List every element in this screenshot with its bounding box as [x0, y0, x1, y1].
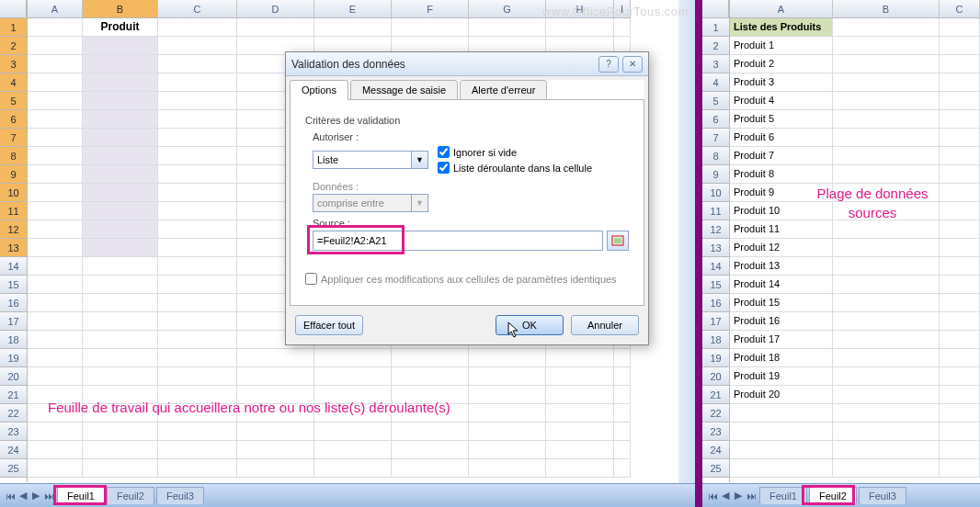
sheet-tab-feuil2[interactable]: Feuil2 — [809, 487, 857, 504]
cell[interactable]: Produit 9 — [730, 184, 833, 202]
apply-same-settings-checkbox[interactable]: Appliquer ces modifications aux cellules… — [305, 273, 629, 285]
cell[interactable] — [833, 441, 940, 459]
cell[interactable] — [833, 147, 940, 165]
cell[interactable] — [158, 404, 237, 422]
row-header[interactable]: 9 — [0, 165, 27, 184]
cell[interactable] — [940, 349, 980, 367]
row-header[interactable]: 16 — [0, 294, 27, 312]
cell[interactable] — [158, 257, 237, 276]
cell[interactable] — [83, 55, 158, 73]
cell[interactable] — [314, 422, 392, 441]
cell[interactable]: Produit 2 — [730, 55, 833, 73]
cell[interactable]: Produit — [83, 18, 158, 37]
row-header[interactable]: 25 — [0, 459, 27, 478]
col-header[interactable]: B — [83, 0, 158, 18]
cell[interactable] — [833, 220, 940, 239]
row-header[interactable]: 9 — [702, 165, 729, 184]
cell[interactable]: Produit 4 — [730, 92, 833, 110]
row-header[interactable]: 16 — [702, 294, 729, 312]
tab-nav-last-icon[interactable]: ⏭ — [746, 490, 757, 502]
cell[interactable] — [83, 276, 158, 294]
cell[interactable] — [83, 459, 158, 478]
cell[interactable] — [546, 404, 614, 422]
tab-nav-first-icon[interactable]: ⏮ — [707, 490, 718, 502]
cell[interactable] — [83, 165, 158, 184]
cell[interactable] — [469, 367, 546, 386]
cell[interactable] — [940, 441, 980, 459]
row-header[interactable]: 13 — [702, 239, 729, 257]
cell[interactable] — [392, 459, 469, 478]
cell[interactable] — [392, 386, 469, 404]
cell[interactable] — [940, 165, 980, 184]
cell[interactable] — [833, 312, 940, 331]
cell[interactable] — [83, 73, 158, 92]
cell[interactable] — [469, 459, 546, 478]
cell[interactable] — [940, 331, 980, 349]
cell[interactable] — [158, 37, 237, 55]
tab-nav-next-icon[interactable]: ▶ — [30, 490, 41, 502]
cell[interactable] — [158, 441, 237, 459]
cell[interactable] — [158, 92, 237, 110]
row-header[interactable]: 23 — [702, 422, 729, 441]
row-header[interactable]: 2 — [702, 37, 729, 55]
row-header[interactable]: 20 — [702, 367, 729, 386]
row-header[interactable]: 15 — [702, 276, 729, 294]
range-selector-button[interactable] — [607, 231, 629, 251]
cell[interactable] — [158, 110, 237, 129]
cell[interactable] — [940, 312, 980, 331]
cell[interactable] — [833, 165, 940, 184]
cell[interactable] — [614, 367, 631, 386]
cell[interactable] — [314, 459, 392, 478]
cell[interactable] — [833, 404, 940, 422]
cell[interactable] — [158, 202, 237, 220]
cell[interactable] — [158, 165, 237, 184]
cell[interactable] — [940, 73, 980, 92]
cell[interactable] — [158, 312, 237, 331]
cell[interactable]: Produit 6 — [730, 129, 833, 147]
cell[interactable] — [314, 367, 392, 386]
clear-all-button[interactable]: Effacer tout — [295, 315, 363, 335]
row-header[interactable]: 3 — [702, 55, 729, 73]
cell[interactable] — [83, 257, 158, 276]
cell[interactable] — [28, 404, 83, 422]
cell[interactable] — [833, 349, 940, 367]
cell[interactable] — [546, 459, 614, 478]
cell[interactable]: Produit 10 — [730, 202, 833, 220]
cell[interactable] — [314, 18, 392, 37]
cell[interactable] — [614, 18, 631, 37]
cell[interactable] — [392, 349, 469, 367]
cell[interactable] — [833, 129, 940, 147]
cell[interactable] — [28, 220, 83, 239]
col-header[interactable]: E — [314, 0, 392, 18]
row-header[interactable]: 23 — [0, 422, 27, 441]
allow-input[interactable] — [313, 151, 412, 169]
cell[interactable] — [158, 220, 237, 239]
cell[interactable] — [833, 367, 940, 386]
cell[interactable] — [940, 55, 980, 73]
cell[interactable] — [83, 404, 158, 422]
sheet-tab-feuil1[interactable]: Feuil1 — [57, 487, 105, 504]
cell[interactable] — [614, 459, 631, 478]
cell[interactable]: Produit 20 — [730, 386, 833, 404]
cell[interactable] — [940, 129, 980, 147]
cell[interactable] — [940, 294, 980, 312]
cell[interactable] — [83, 239, 158, 257]
cell[interactable] — [28, 129, 83, 147]
cell[interactable] — [614, 349, 631, 367]
row-header[interactable]: 18 — [702, 331, 729, 349]
cell[interactable] — [28, 147, 83, 165]
cell[interactable] — [158, 367, 237, 386]
row-header[interactable]: 22 — [702, 404, 729, 422]
dialog-titlebar[interactable]: Validation des données ? ✕ — [286, 52, 648, 76]
ignore-blank-input[interactable] — [438, 146, 450, 158]
cell[interactable]: Produit 16 — [730, 312, 833, 331]
col-header[interactable]: B — [833, 0, 940, 18]
cell[interactable] — [83, 220, 158, 239]
cell[interactable] — [940, 92, 980, 110]
row-header[interactable]: 24 — [0, 441, 27, 459]
row-header[interactable]: 2 — [0, 37, 27, 55]
cell[interactable] — [469, 441, 546, 459]
col-header[interactable]: G — [469, 0, 546, 18]
cell[interactable] — [28, 367, 83, 386]
cell[interactable] — [237, 422, 314, 441]
